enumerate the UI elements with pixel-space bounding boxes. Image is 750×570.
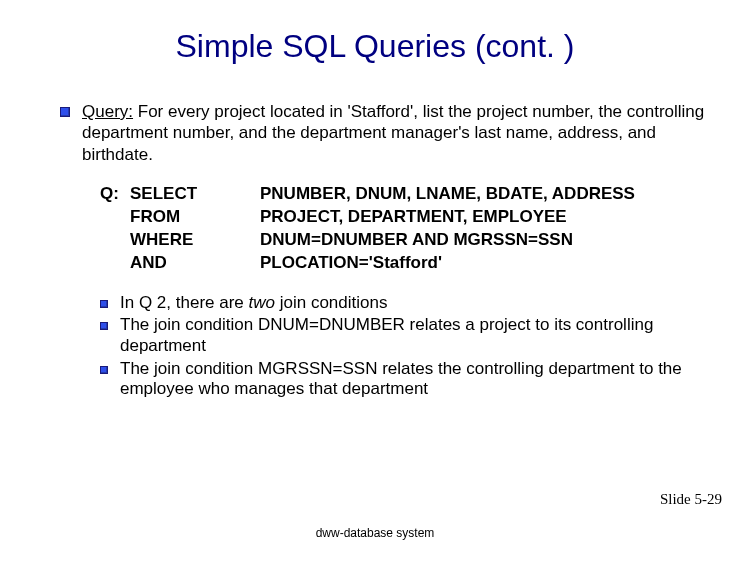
- query-label: Query:: [82, 102, 133, 121]
- footer-text: dww-database system: [0, 526, 750, 540]
- list-item: In Q 2, there are two join conditions: [100, 293, 710, 314]
- notes-list: In Q 2, there are two join conditions Th…: [100, 293, 710, 401]
- note-text: The join condition DNUM=DNUMBER relates …: [120, 315, 710, 356]
- query-description-row: Query: For every project located in 'Sta…: [60, 101, 710, 165]
- note-post: join conditions: [275, 293, 387, 312]
- list-item: The join condition DNUM=DNUMBER relates …: [100, 315, 710, 356]
- slide-title: Simple SQL Queries (cont. ): [0, 0, 750, 65]
- note-pre: The join condition MGRSSN=SSN relates th…: [120, 359, 682, 399]
- bullet-icon: [60, 107, 70, 117]
- query-text: For every project located in 'Stafford',…: [82, 102, 704, 164]
- slide-number: Slide 5-29: [660, 491, 722, 508]
- sql-keywords: SELECT FROM WHERE AND: [130, 183, 260, 275]
- note-pre: The join condition DNUM=DNUMBER relates …: [120, 315, 653, 355]
- note-text: The join condition MGRSSN=SSN relates th…: [120, 359, 710, 400]
- query-description: Query: For every project located in 'Sta…: [82, 101, 710, 165]
- sql-block: Q: SELECT FROM WHERE AND PNUMBER, DNUM, …: [100, 183, 710, 275]
- sql-label: Q:: [100, 183, 130, 275]
- bullet-icon: [100, 300, 108, 308]
- list-item: The join condition MGRSSN=SSN relates th…: [100, 359, 710, 400]
- note-text: In Q 2, there are two join conditions: [120, 293, 387, 314]
- note-em: two: [249, 293, 275, 312]
- note-pre: In Q 2, there are: [120, 293, 249, 312]
- slide-body: Query: For every project located in 'Sta…: [0, 65, 750, 400]
- bullet-icon: [100, 322, 108, 330]
- bullet-icon: [100, 366, 108, 374]
- sql-values: PNUMBER, DNUM, LNAME, BDATE, ADDRESS PRO…: [260, 183, 710, 275]
